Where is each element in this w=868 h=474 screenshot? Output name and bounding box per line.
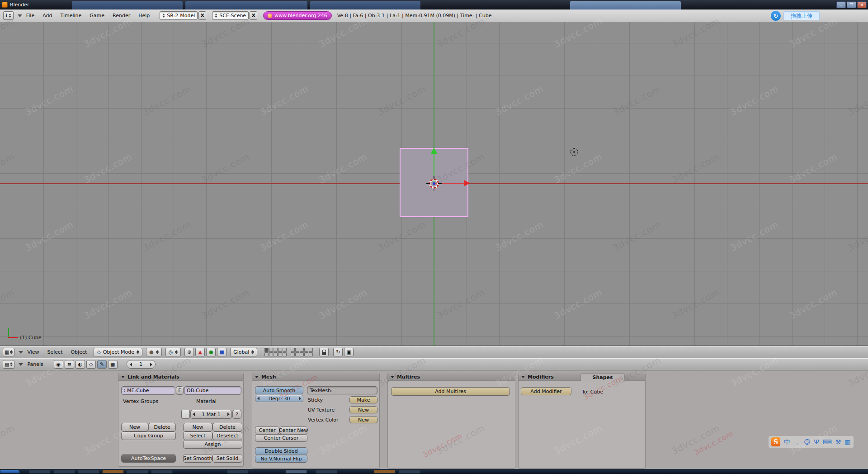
layer-button[interactable] (291, 348, 295, 352)
vertex-color-new-button[interactable]: New (349, 416, 377, 423)
sogou-logo-icon[interactable]: S (771, 437, 780, 446)
scene-delete-button[interactable]: X (250, 11, 257, 20)
stepper-right-icon[interactable] (150, 363, 152, 366)
lock-view-button[interactable] (319, 348, 329, 356)
maximize-button[interactable]: ❐ (847, 1, 856, 8)
layer-button[interactable] (274, 348, 278, 352)
menu-view[interactable]: View (23, 349, 43, 355)
layer-button[interactable] (300, 348, 304, 352)
layer-button[interactable] (300, 352, 304, 356)
browse-icon[interactable] (215, 14, 217, 18)
drag-upload-button[interactable]: 拖拽上传 (783, 11, 820, 20)
center-new-button[interactable]: Center New (279, 427, 307, 434)
tab-shapes[interactable]: Shapes (580, 373, 625, 381)
shading-icon[interactable]: ◐ (75, 360, 85, 369)
manipulator-scale-button[interactable]: ■ (217, 348, 226, 356)
manipulator-toggle-button[interactable]: ⊕ (184, 348, 194, 356)
fake-user-button[interactable]: F (176, 386, 184, 395)
taskbar-item[interactable] (127, 469, 148, 474)
add-modifier-button[interactable]: Add Modifier (521, 387, 571, 395)
panel-header[interactable]: Mesh (252, 373, 379, 381)
render-this-window-button[interactable]: ↻ (333, 348, 343, 356)
layer-button[interactable] (309, 348, 313, 352)
editing-icon[interactable]: ✎ (97, 360, 107, 369)
stepper-left-icon[interactable] (130, 363, 132, 366)
collapse-triangle-icon[interactable] (391, 376, 394, 378)
manipulator-rotate-button[interactable]: ● (206, 348, 216, 356)
menu-render[interactable]: Render (108, 13, 134, 19)
taskbar-item[interactable] (227, 469, 249, 474)
double-sided-toggle[interactable]: Double Sided (255, 447, 307, 455)
collapse-triangle-icon[interactable] (19, 351, 23, 354)
deselect-button[interactable]: Deselect (212, 431, 242, 440)
editor-type-button[interactable]: i (3, 11, 14, 20)
mode-dropdown[interactable]: ◇ Object Mode (94, 348, 142, 356)
object-name-field[interactable]: OB:Cube (184, 386, 241, 395)
material-delete-button[interactable]: Delete (212, 423, 242, 431)
collapse-triangle-icon[interactable] (121, 376, 125, 378)
stepper-left-icon[interactable] (257, 397, 259, 400)
3d-cursor[interactable] (427, 177, 441, 190)
frame-stepper[interactable]: 1 (127, 360, 156, 369)
layer-button[interactable] (264, 352, 269, 356)
autotexspace-toggle[interactable]: AutoTexSpace (121, 454, 176, 463)
script-icon[interactable]: ≡ (65, 360, 74, 369)
editor-type-button[interactable]: ▤ (3, 360, 14, 369)
menu-game[interactable]: Game (85, 13, 108, 19)
layer-button[interactable] (274, 352, 278, 356)
layer-button[interactable] (264, 348, 269, 352)
taskbar-item[interactable] (316, 469, 337, 474)
taskbar-item[interactable] (399, 469, 420, 474)
taskbar-item[interactable] (53, 469, 75, 474)
add-multires-button[interactable]: Add Multires (391, 387, 510, 396)
buttons-window[interactable]: Link and Materials ME:Cube F OB:Cube Ver… (0, 370, 868, 469)
layer-button[interactable] (309, 352, 313, 356)
layer-button[interactable] (269, 348, 273, 352)
material-index-stepper[interactable]: 1 Mat 1 (190, 410, 232, 419)
ime-lang-icon[interactable]: 中 (784, 439, 790, 445)
layer-button[interactable] (295, 348, 299, 352)
browse-icon[interactable] (124, 389, 126, 392)
set-smooth-button[interactable]: Set Smooth (183, 454, 212, 463)
menu-object[interactable]: Object (66, 349, 91, 355)
taskbar-item[interactable] (102, 469, 124, 474)
taskbar-item[interactable] (285, 469, 307, 474)
center-button[interactable]: Center (255, 427, 279, 434)
editor-type-button[interactable]: ▦ (3, 348, 14, 356)
layer-button[interactable] (283, 348, 287, 352)
material-help-button[interactable]: ? (232, 410, 241, 419)
material-new-button[interactable]: New (183, 423, 212, 431)
manipulator-x-arrow-icon[interactable] (464, 180, 470, 186)
pivot-dropdown[interactable]: ◎ (165, 348, 181, 356)
collapse-triangle-icon[interactable] (521, 376, 525, 378)
start-button[interactable] (0, 469, 20, 474)
draw-type-dropdown[interactable]: ● (146, 348, 162, 356)
object-icon[interactable]: ◇ (86, 360, 96, 369)
stepper-right-icon[interactable] (227, 412, 230, 416)
screen-selector[interactable]: SR:2-Model (160, 11, 198, 20)
menu-timeline[interactable]: Timeline (57, 13, 86, 19)
scene-selector[interactable]: SCE:Scene (212, 11, 249, 20)
layer-button[interactable] (269, 352, 273, 356)
preview-render-button[interactable]: ▣ (344, 348, 354, 356)
taskbar-item[interactable] (374, 469, 396, 474)
ime-mic-icon[interactable]: Ψ (814, 439, 819, 445)
auto-smooth-toggle[interactable]: Auto Smooth (255, 386, 303, 394)
ime-skin-icon[interactable]: ▥ (844, 439, 850, 445)
set-solid-button[interactable]: Set Solid (212, 454, 242, 463)
assign-button[interactable]: Assign (183, 440, 242, 449)
manipulator-y-arrow-icon[interactable] (431, 147, 437, 154)
logic-icon[interactable]: ◉ (54, 360, 63, 369)
manipulator-translate-button[interactable]: ▲ (195, 348, 205, 356)
scene-icon[interactable]: ▦ (108, 360, 118, 369)
taskbar-item[interactable] (29, 469, 51, 474)
taskbar-item[interactable] (78, 469, 99, 474)
select-button[interactable]: Select (183, 431, 212, 440)
ime-toolbox-icon[interactable]: ⚒ (835, 439, 841, 445)
vertex-group-new-button[interactable]: New (121, 423, 148, 431)
no-vnormal-flip-toggle[interactable]: No V.Normal Flip (255, 455, 307, 463)
orientation-dropdown[interactable]: Global (230, 348, 257, 356)
menu-add[interactable]: Add (38, 13, 56, 19)
menu-select[interactable]: Select (43, 349, 67, 355)
close-button[interactable]: ✕ (857, 1, 867, 8)
